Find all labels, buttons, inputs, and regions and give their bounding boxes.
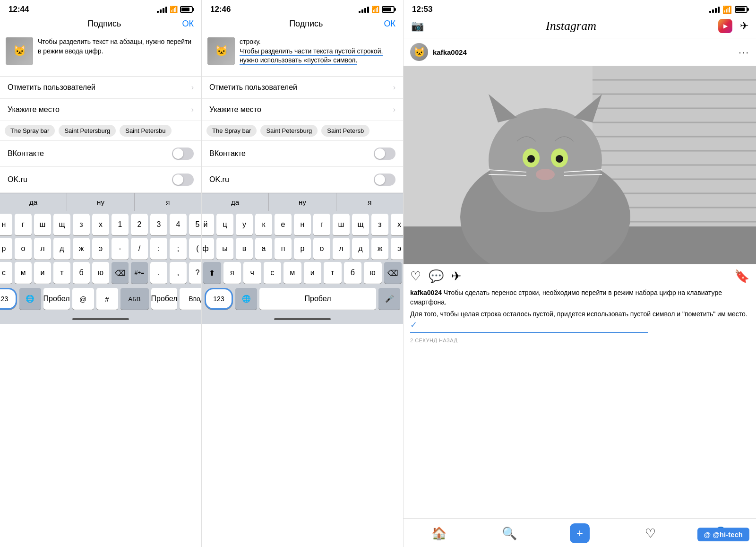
key-abv-btn[interactable]: АБВ <box>120 288 149 310</box>
key-semi[interactable]: ; <box>170 238 187 260</box>
ig-comment-icon[interactable]: 💬 <box>429 269 444 284</box>
key-dash[interactable]: - <box>112 238 129 260</box>
key-question[interactable]: ? <box>189 262 202 284</box>
location-tag-2-1[interactable]: Saint Petersburg <box>260 125 318 137</box>
key-ж[interactable]: ж <box>73 238 90 260</box>
key-х[interactable]: х <box>92 214 109 235</box>
suggestion-1-2[interactable]: я <box>135 193 201 211</box>
ig-post-username[interactable]: kafka0024 <box>433 48 739 56</box>
k2-б[interactable]: б <box>344 262 362 284</box>
key-5[interactable]: 5 <box>189 214 202 235</box>
k2-backspace[interactable]: ⌫ <box>384 262 402 284</box>
k2-т[interactable]: т <box>324 262 342 284</box>
key-2[interactable]: 2 <box>131 214 148 235</box>
k2-ж[interactable]: ж <box>371 238 388 260</box>
key-i[interactable]: и <box>34 262 51 284</box>
k2-щ[interactable]: щ <box>352 214 369 235</box>
key-1[interactable]: 1 <box>112 214 129 235</box>
key-hashtag-plus[interactable]: #+= <box>131 262 148 284</box>
k2-л[interactable]: л <box>333 238 350 260</box>
k2-123[interactable]: 123 <box>205 288 233 310</box>
k2-м[interactable]: м <box>284 262 301 284</box>
key-globe-1[interactable]: 🌐 <box>19 288 41 310</box>
key-yu[interactable]: ю <box>92 262 109 284</box>
key-space-1[interactable]: Пробел <box>43 288 70 310</box>
vkontakte-toggle-1[interactable] <box>172 148 194 160</box>
suggestion-2-0[interactable]: да <box>202 193 269 211</box>
nav-ok-1[interactable]: ОК <box>182 19 194 29</box>
key-t[interactable]: т <box>53 262 70 284</box>
k2-е[interactable]: е <box>275 214 292 235</box>
k2-у[interactable]: у <box>236 214 253 235</box>
location-tag-1-2[interactable]: Saint Petersbu <box>120 125 171 137</box>
k2-п[interactable]: п <box>275 238 292 260</box>
okru-toggle-1[interactable] <box>172 174 194 186</box>
add-post-button[interactable]: + <box>570 523 590 543</box>
suggestion-1-0[interactable]: да <box>0 193 67 211</box>
key-3[interactable]: 3 <box>150 214 167 235</box>
key-comma[interactable]: , <box>170 262 187 284</box>
vkontakte-toggle-2[interactable] <box>374 148 395 160</box>
key-lparen[interactable]: ( <box>189 238 202 260</box>
key-b[interactable]: б <box>73 262 90 284</box>
k2-space[interactable]: Пробел <box>259 288 376 310</box>
ig-share-icon[interactable]: ✈ <box>451 269 462 284</box>
k2-shift[interactable]: ⬆ <box>203 262 221 284</box>
key-щ[interactable]: щ <box>53 214 70 235</box>
key-р[interactable]: р <box>0 238 12 260</box>
k2-ы[interactable]: ы <box>216 238 233 260</box>
caption-text-1[interactable]: Чтобы разделить текст на абзацы, нужно п… <box>38 37 196 71</box>
ig-add-btn[interactable]: + <box>544 523 615 543</box>
k2-а[interactable]: а <box>255 238 272 260</box>
k2-я[interactable]: я <box>223 262 241 284</box>
key-л[interactable]: л <box>34 238 51 260</box>
k2-ч[interactable]: ч <box>243 262 261 284</box>
location-tag-2-2[interactable]: Saint Petersb <box>321 125 369 137</box>
key-г[interactable]: г <box>15 214 32 235</box>
k2-х[interactable]: х <box>391 214 404 235</box>
k2-ю[interactable]: ю <box>364 262 382 284</box>
key-123-btn[interactable]: 123 <box>0 288 17 310</box>
key-4[interactable]: 4 <box>170 214 187 235</box>
key-m[interactable]: м <box>15 262 32 284</box>
key-colon[interactable]: : <box>150 238 167 260</box>
k2-г[interactable]: г <box>313 214 330 235</box>
location-row-2[interactable]: Укажите место › <box>202 99 403 121</box>
ig-like-icon[interactable]: ♡ <box>410 269 421 284</box>
k2-mic[interactable]: 🎤 <box>378 288 400 310</box>
tag-users-row-1[interactable]: Отметить пользователей › <box>0 77 201 99</box>
location-tag-1-1[interactable]: Saint Petersburg <box>59 125 116 137</box>
ig-camera-icon[interactable]: 📷 <box>411 20 424 32</box>
ig-more-button[interactable]: ··· <box>739 47 749 58</box>
key-slash[interactable]: / <box>131 238 148 260</box>
okru-toggle-2[interactable] <box>374 174 395 186</box>
ig-heart-btn[interactable]: ♡ <box>615 523 686 543</box>
location-row-1[interactable]: Укажите место › <box>0 99 201 121</box>
key-з[interactable]: з <box>73 214 90 235</box>
ig-search-btn[interactable]: 🔍 <box>474 523 544 543</box>
ig-home-btn[interactable]: 🏠 <box>404 523 474 543</box>
ig-send-icon[interactable]: ✈ <box>740 20 748 32</box>
location-tag-2-0[interactable]: The Spray bar <box>206 125 257 137</box>
tag-users-row-2[interactable]: Отметить пользователей › <box>202 77 403 99</box>
k2-ф[interactable]: ф <box>202 238 214 260</box>
k2-з[interactable]: з <box>371 214 388 235</box>
suggestion-2-1[interactable]: ну <box>269 193 336 211</box>
nav-ok-2[interactable]: ОК <box>384 19 396 29</box>
k2-и[interactable]: и <box>304 262 322 284</box>
k2-с[interactable]: с <box>264 262 282 284</box>
key-space-1b[interactable]: Пробел <box>151 288 178 310</box>
key-о[interactable]: о <box>15 238 32 260</box>
location-tag-1-0[interactable]: The Spray bar <box>5 125 55 137</box>
key-at-btn[interactable]: @ <box>72 288 94 310</box>
key-ш[interactable]: ш <box>34 214 51 235</box>
k2-в[interactable]: в <box>236 238 253 260</box>
k2-о[interactable]: о <box>313 238 330 260</box>
ig-bookmark-icon[interactable]: 🔖 <box>734 269 749 284</box>
k2-к[interactable]: к <box>255 214 272 235</box>
key-s[interactable]: с <box>0 262 12 284</box>
k2-ш[interactable]: ш <box>333 214 350 235</box>
key-э[interactable]: э <box>92 238 109 260</box>
suggestion-1-1[interactable]: ну <box>67 193 134 211</box>
k2-й[interactable]: й <box>202 214 214 235</box>
